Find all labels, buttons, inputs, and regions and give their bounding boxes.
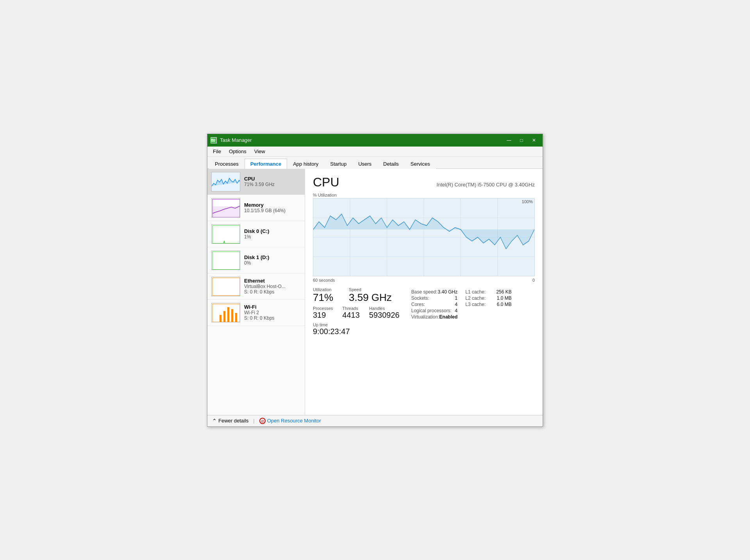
task-manager-window: Task Manager — □ ✕ File Options View Pro… <box>207 134 543 427</box>
tab-performance[interactable]: Performance <box>245 159 287 169</box>
fewer-details-button[interactable]: ⌃ Fewer details <box>212 418 248 424</box>
speed-value: 3.59 GHz <box>349 292 392 303</box>
disk1-value: 0% <box>244 260 301 266</box>
fewer-details-label: Fewer details <box>218 418 248 424</box>
detail-l1-cache: L1 cache: 256 KB <box>465 289 512 295</box>
svg-rect-6 <box>212 225 240 244</box>
detail-sockets: Sockets: 1 <box>411 295 458 301</box>
sidebar-item-disk1[interactable]: Disk 1 (D:) 0% <box>207 247 305 274</box>
stats-row: Utilization 71% Speed 3.59 GHz Processes… <box>313 287 535 336</box>
svg-rect-10 <box>212 277 240 296</box>
svg-rect-1 <box>213 140 215 141</box>
maximize-button[interactable]: □ <box>516 136 527 144</box>
detail-col-1: Base speed: 3.40 GHz Sockets: 1 Cores: 4 <box>411 289 458 336</box>
detail-base-speed: Base speed: 3.40 GHz <box>411 289 458 295</box>
chart-time-end: 0 <box>532 278 535 283</box>
uptime-value: 9:00:23:47 <box>313 327 400 336</box>
chart-y-label: % Utilization <box>313 193 535 197</box>
details-section: Base speed: 3.40 GHz Sockets: 1 Cores: 4 <box>411 289 512 336</box>
footer: ⌃ Fewer details | ⊘ Open Resource Monito… <box>207 415 543 426</box>
detail-cores: Cores: 4 <box>411 301 458 308</box>
chart-time-labels: 60 seconds 0 <box>313 278 535 283</box>
open-resource-monitor-label: Open Resource Monitor <box>267 418 321 424</box>
svg-rect-14 <box>220 315 221 322</box>
cpu-info: CPU 71% 3.59 GHz <box>244 176 301 187</box>
ethernet-info: Ethernet VirtualBox Host-O... S: 0 R: 0 … <box>244 278 301 295</box>
tab-users[interactable]: Users <box>352 159 377 169</box>
disk0-value: 1% <box>244 234 301 240</box>
tab-processes[interactable]: Processes <box>209 159 245 169</box>
disk1-thumbnail <box>211 250 240 270</box>
detail-logical-processors: Logical processors: 4 <box>411 308 458 314</box>
sidebar-item-ethernet[interactable]: Ethernet VirtualBox Host-O... S: 0 R: 0 … <box>207 274 305 300</box>
left-stats: Utilization 71% Speed 3.59 GHz Processes… <box>313 287 400 336</box>
content-area: CPU 71% 3.59 GHz Memory 10.1/15.9 GB (6 <box>207 169 543 415</box>
cpu-thumbnail <box>211 172 240 191</box>
detail-l3-cache: L3 cache: 6.0 MB <box>465 301 512 308</box>
svg-rect-18 <box>235 313 237 322</box>
window-controls: — □ ✕ <box>504 136 539 144</box>
svg-rect-17 <box>231 309 233 322</box>
utilization-value: 71% <box>313 292 333 303</box>
svg-rect-15 <box>223 311 225 322</box>
handles-label: Handles <box>369 306 400 311</box>
close-button[interactable]: ✕ <box>529 136 539 144</box>
cpu-name: CPU <box>244 176 301 182</box>
handles-value: 5930926 <box>369 311 400 319</box>
detail-col-2: L1 cache: 256 KB L2 cache: 1.0 MB L3 cac… <box>465 289 512 336</box>
chart-time-start: 60 seconds <box>313 278 335 283</box>
detail-l2-cache: L2 cache: 1.0 MB <box>465 295 512 301</box>
disk0-name: Disk 0 (C:) <box>244 228 301 234</box>
ethernet-value: VirtualBox Host-O... <box>244 284 301 289</box>
memory-value: 10.1/15.9 GB (64%) <box>244 208 301 213</box>
menu-options[interactable]: Options <box>225 147 250 156</box>
wifi-network: Wi-Fi 2 <box>244 310 301 315</box>
threads-block: Threads 4413 <box>342 306 360 319</box>
uptime-block: Up time 9:00:23:47 <box>313 322 400 336</box>
utilization-label: Utilization <box>313 287 333 292</box>
memory-name: Memory <box>244 202 301 208</box>
wifi-info: Wi-Fi Wi-Fi 2 S: 0 R: 0 Kbps <box>244 304 301 321</box>
sidebar-item-cpu[interactable]: CPU 71% 3.59 GHz <box>207 169 305 195</box>
processes-block: Processes 319 <box>313 306 333 319</box>
tab-startup[interactable]: Startup <box>324 159 352 169</box>
main-panel: CPU Intel(R) Core(TM) i5-7500 CPU @ 3.40… <box>305 169 543 415</box>
title-bar: Task Manager — □ ✕ <box>207 134 543 147</box>
open-resource-monitor-link[interactable]: ⊘ Open Resource Monitor <box>259 418 321 424</box>
chart-y-max: 100% <box>522 199 533 204</box>
cpu-value: 71% 3.59 GHz <box>244 182 301 187</box>
title-bar-left: Task Manager <box>211 137 252 143</box>
sidebar-item-wifi[interactable]: Wi-Fi Wi-Fi 2 S: 0 R: 0 Kbps <box>207 300 305 326</box>
processes-value: 319 <box>313 311 333 319</box>
cpu-model: Intel(R) Core(TM) i5-7500 CPU @ 3.40GHz <box>436 182 535 188</box>
handles-block: Handles 5930926 <box>369 306 400 319</box>
tab-details[interactable]: Details <box>377 159 405 169</box>
wifi-thumbnail <box>211 303 240 322</box>
tab-services[interactable]: Services <box>405 159 436 169</box>
sidebar-item-disk0[interactable]: Disk 0 (C:) 1% <box>207 221 305 247</box>
sidebar-item-memory[interactable]: Memory 10.1/15.9 GB (64%) <box>207 195 305 221</box>
wifi-name: Wi-Fi <box>244 304 301 310</box>
menu-file[interactable]: File <box>209 147 225 156</box>
menu-view[interactable]: View <box>250 147 269 156</box>
tab-bar: Processes Performance App history Startu… <box>207 157 543 169</box>
menu-bar: File Options View <box>207 147 543 157</box>
sidebar: CPU 71% 3.59 GHz Memory 10.1/15.9 GB (6 <box>207 169 305 415</box>
disk0-info: Disk 0 (C:) 1% <box>244 228 301 240</box>
svg-rect-8 <box>212 251 240 270</box>
ethernet-name: Ethernet <box>244 278 301 284</box>
svg-rect-16 <box>227 307 229 322</box>
ethernet-speed: S: 0 R: 0 Kbps <box>244 289 301 295</box>
window-title: Task Manager <box>220 137 252 143</box>
app-icon <box>211 137 217 143</box>
tab-app-history[interactable]: App history <box>287 159 324 169</box>
utilization-block: Utilization 71% <box>313 287 333 303</box>
wifi-speed: S: 0 R: 0 Kbps <box>244 315 301 321</box>
speed-label: Speed <box>349 287 392 292</box>
threads-label: Threads <box>342 306 360 311</box>
minimize-button[interactable]: — <box>504 136 514 144</box>
ethernet-thumbnail <box>211 277 240 296</box>
memory-info: Memory 10.1/15.9 GB (64%) <box>244 202 301 213</box>
detail-virtualization: Virtualization: Enabled <box>411 314 458 320</box>
main-title: CPU <box>313 175 339 190</box>
